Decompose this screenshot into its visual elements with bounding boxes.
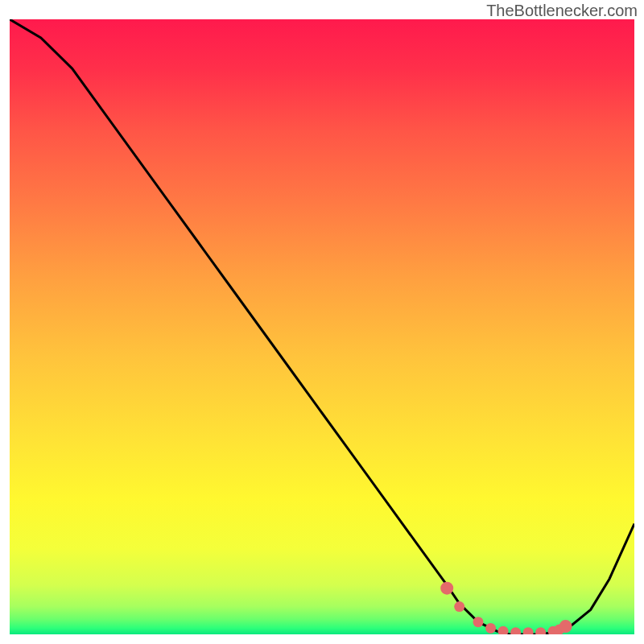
marker-point (454, 601, 464, 612)
marker-point (559, 620, 572, 633)
chart-container: TheBottlenecker.com (0, 0, 644, 644)
attribution-text: TheBottlenecker.com (486, 2, 638, 20)
chart-svg (10, 19, 634, 634)
marker-point (473, 617, 484, 627)
plot-area (10, 19, 634, 634)
marker-point (440, 582, 453, 595)
marker-point (485, 623, 496, 634)
